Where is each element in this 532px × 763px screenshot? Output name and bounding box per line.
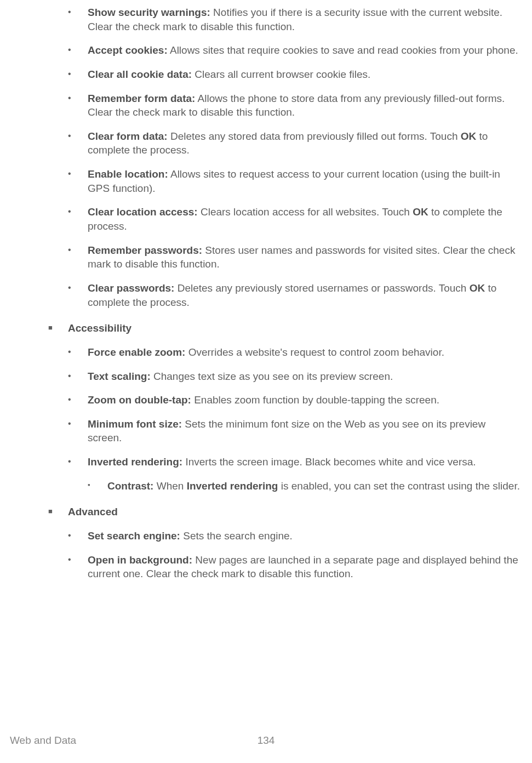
list-item: •Show security warnings: Notifies you if… (10, 5, 522, 33)
bullet-icon: • (68, 345, 88, 360)
bullet-icon: • (68, 243, 88, 271)
list-item-body: Remember form data: Allows the phone to … (88, 92, 522, 119)
bullet-icon: • (68, 455, 88, 469)
list-item-desc: Clears location access for all websites.… (198, 206, 413, 218)
list-item-body: Text scaling: Changes text size as you s… (88, 369, 522, 384)
list-item: •Text scaling: Changes text size as you … (10, 369, 522, 384)
square-bullet-icon: ■ (48, 505, 68, 519)
list-item-desc: Sets the search engine. (180, 530, 293, 542)
list-item-label: Show security warnings: (88, 7, 210, 18)
sections: ■Accessibility•Force enable zoom: Overri… (10, 321, 522, 581)
list-item-label: Enable location: (88, 168, 168, 180)
list-item-desc: Inverts the screen image. Black becomes … (182, 456, 476, 468)
list-item-body: Enable location: Allows sites to request… (88, 167, 522, 195)
sub-list-item: ▪Contrast: When Inverted rendering is en… (10, 479, 522, 493)
section-heading: ■Accessibility (10, 321, 522, 335)
list-item-body: Show security warnings: Notifies you if … (88, 5, 522, 33)
bullet-icon: • (68, 43, 88, 58)
bullet-icon: • (68, 529, 88, 543)
bullet-icon: • (68, 417, 88, 445)
list-item: •Set search engine: Sets the search engi… (10, 529, 522, 543)
list-item-desc: Allows sites that require cookies to sav… (168, 44, 518, 56)
square-bullet-icon: ■ (48, 321, 68, 335)
list-item-body: Open in background: New pages are launch… (88, 553, 522, 581)
bullet-icon: • (68, 67, 88, 82)
list-item-desc: Deletes any previously stored usernames … (174, 282, 469, 294)
list-item-label: Contrast: (107, 480, 153, 492)
pre-items: •Show security warnings: Notifies you if… (10, 5, 522, 309)
bullet-icon: • (68, 167, 88, 195)
list-item: •Zoom on double-tap: Enables zoom functi… (10, 393, 522, 407)
small-square-bullet-icon: ▪ (88, 479, 107, 493)
bullet-icon: • (68, 5, 88, 33)
list-item-body: Contrast: When Inverted rendering is ena… (107, 479, 522, 493)
bold-inline: Inverted rendering (187, 480, 278, 492)
list-item-body: Remember passwords: Stores user names an… (88, 243, 522, 271)
bullet-icon: • (68, 281, 88, 309)
list-item-desc: Clears all current browser cookie files. (192, 69, 370, 80)
list-item-label: Force enable zoom: (88, 346, 185, 358)
list-item: •Clear all cookie data: Clears all curre… (10, 67, 522, 82)
list-item-body: Inverted rendering: Inverts the screen i… (88, 455, 522, 469)
section-title: Advanced (68, 505, 118, 519)
bold-inline: OK (413, 206, 428, 218)
list-item-body: Minimum font size: Sets the minimum font… (88, 417, 522, 445)
list-item-body: Zoom on double-tap: Enables zoom functio… (88, 393, 522, 407)
bullet-icon: • (68, 553, 88, 581)
list-item-label: Remember form data: (88, 93, 195, 104)
list-item-desc: Enables zoom function by double-tapping … (191, 394, 439, 406)
list-item-body: Accept cookies: Allows sites that requir… (88, 43, 522, 58)
list-item-label: Clear passwords: (88, 282, 174, 294)
list-item-body: Set search engine: Sets the search engin… (88, 529, 522, 543)
list-item-label: Accept cookies: (88, 44, 168, 56)
list-item-label: Text scaling: (88, 371, 151, 382)
bullet-icon: • (68, 369, 88, 384)
list-item: •Accept cookies: Allows sites that requi… (10, 43, 522, 58)
bold-inline: OK (470, 282, 485, 294)
list-item-desc: When (153, 480, 186, 492)
bullet-icon: • (68, 205, 88, 233)
list-item-desc: is enabled, you can set the contrast usi… (278, 480, 520, 492)
list-item-label: Minimum font size: (88, 418, 182, 430)
bullet-icon: • (68, 92, 88, 119)
section-heading: ■Advanced (10, 505, 522, 519)
list-item-label: Clear all cookie data: (88, 69, 192, 80)
list-item-label: Inverted rendering: (88, 456, 182, 468)
list-item-label: Clear location access: (88, 206, 198, 218)
bullet-icon: • (68, 129, 88, 157)
list-item-desc: Changes text size as you see on its prev… (151, 371, 393, 382)
list-item-label: Clear form data: (88, 130, 168, 142)
list-item-label: Remember passwords: (88, 244, 202, 256)
list-item: •Enable location: Allows sites to reques… (10, 167, 522, 195)
list-item-body: Clear location access: Clears location a… (88, 205, 522, 233)
list-item-body: Force enable zoom: Overrides a website's… (88, 345, 522, 360)
list-item: •Remember form data: Allows the phone to… (10, 92, 522, 119)
list-item-body: Clear form data: Deletes any stored data… (88, 129, 522, 157)
list-item: •Open in background: New pages are launc… (10, 553, 522, 581)
footer-page-number: 134 (258, 733, 275, 748)
list-item-desc: Overrides a website's request to control… (185, 346, 444, 358)
page-footer: Web and Data 134 (0, 733, 532, 748)
list-item: •Clear form data: Deletes any stored dat… (10, 129, 522, 157)
list-item-label: Zoom on double-tap: (88, 394, 191, 406)
bullet-icon: • (68, 393, 88, 407)
list-item: •Remember passwords: Stores user names a… (10, 243, 522, 271)
list-item: •Clear location access: Clears location … (10, 205, 522, 233)
list-item: •Minimum font size: Sets the minimum fon… (10, 417, 522, 445)
list-item-body: Clear passwords: Deletes any previously … (88, 281, 522, 309)
section-title: Accessibility (68, 321, 131, 335)
list-item: •Inverted rendering: Inverts the screen … (10, 455, 522, 469)
bold-inline: OK (461, 130, 477, 142)
list-item-label: Set search engine: (88, 530, 180, 542)
list-item-label: Open in background: (88, 554, 192, 566)
list-item-desc: Deletes any stored data from previously … (168, 130, 461, 142)
list-item: •Force enable zoom: Overrides a website'… (10, 345, 522, 360)
footer-section-title: Web and Data (10, 733, 76, 748)
list-item: •Clear passwords: Deletes any previously… (10, 281, 522, 309)
document-page: •Show security warnings: Notifies you if… (0, 0, 532, 581)
list-item-body: Clear all cookie data: Clears all curren… (88, 67, 522, 82)
